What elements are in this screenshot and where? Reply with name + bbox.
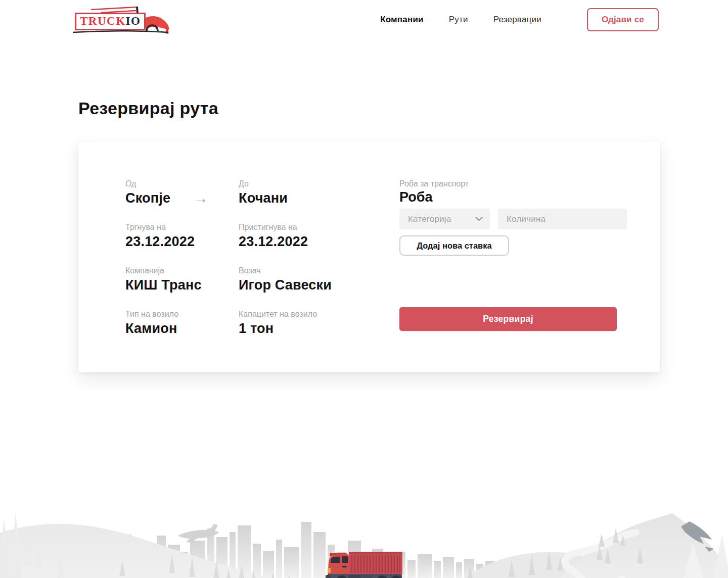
route-row: Од Скопје До Кочани → xyxy=(125,179,399,207)
departs-label: Тргнува на xyxy=(125,222,239,232)
main-nav: Компании Рути Резервации Одјави се xyxy=(380,8,659,31)
vehicle-type-value: Камион xyxy=(125,320,239,337)
capacity-label: Капацитет на возило xyxy=(239,309,399,319)
quantity-input[interactable] xyxy=(498,209,627,229)
category-select[interactable]: Категорија xyxy=(399,209,490,229)
to-label: До xyxy=(239,179,399,189)
field-capacity: Капацитет на возило 1 тон xyxy=(239,309,399,337)
capacity-value: 1 тон xyxy=(239,320,399,337)
company-value: КИШ Транс xyxy=(125,276,239,294)
add-item-button[interactable]: Додај нова ставка xyxy=(399,235,509,256)
vehicle-type-label: Тип на возило xyxy=(125,309,239,319)
driver-value: Игор Савески xyxy=(239,276,399,294)
arrives-value: 23.12.2022 xyxy=(239,233,399,250)
truck-illustration xyxy=(326,552,402,578)
chevron-down-icon xyxy=(475,217,483,221)
reserve-button[interactable]: Резервирај xyxy=(399,307,617,331)
field-arrives: Пристигнува на 23.12.2022 xyxy=(239,222,399,250)
brand-name-secondary: IO xyxy=(126,15,141,27)
goods-section-label: Роба за транспорт xyxy=(399,179,627,189)
departs-value: 23.12.2022 xyxy=(125,233,239,250)
goods-title: Роба xyxy=(399,189,627,205)
field-company: Компанија КИШ Транс xyxy=(125,266,239,294)
dates-row: Тргнува на 23.12.2022 Пристигнува на 23.… xyxy=(125,222,399,250)
logout-button[interactable]: Одјави се xyxy=(587,8,659,31)
main-content: Резервирај рута Од Скопје До Кочани → xyxy=(0,99,728,504)
arrow-right-icon: → xyxy=(194,191,208,207)
from-label: Од xyxy=(125,179,239,189)
field-departs: Тргнува на 23.12.2022 xyxy=(125,222,239,250)
brand-name-primary: TRUCK xyxy=(80,15,126,27)
field-vehicle-type: Тип на возило Камион xyxy=(125,309,239,337)
goods-inputs: Категорија xyxy=(399,209,627,229)
to-value: Кочани xyxy=(239,189,399,207)
page-title: Резервирај рута xyxy=(78,99,728,117)
vehicle-row: Тип на возило Камион Капацитет на возило… xyxy=(125,309,399,337)
driver-label: Возач xyxy=(239,266,399,276)
header: TRUCKIO Компании Рути Резервации Одјави … xyxy=(0,0,728,39)
nav-link-reservations[interactable]: Резервации xyxy=(493,15,541,25)
field-to: До Кочани xyxy=(239,179,399,207)
route-details: Од Скопје До Кочани → Тргнува на 23.12.2… xyxy=(125,179,399,337)
field-from: Од Скопје xyxy=(125,179,239,207)
category-select-value: Категорија xyxy=(408,214,475,224)
nav-link-companies[interactable]: Компании xyxy=(380,15,424,25)
goods-section: Роба за транспорт Роба Категорија Додај … xyxy=(399,179,627,337)
reservation-card: Од Скопје До Кочани → Тргнува на 23.12.2… xyxy=(78,141,660,372)
arrives-label: Пристигнува на xyxy=(239,222,399,232)
company-label: Компанија xyxy=(125,266,239,276)
from-value: Скопје xyxy=(125,189,239,207)
company-row: Компанија КИШ Транс Возач Игор Савески xyxy=(125,266,399,294)
brand-wordmark: TRUCKIO xyxy=(75,13,146,30)
landscape-illustration xyxy=(0,504,728,578)
nav-link-routes[interactable]: Рути xyxy=(449,15,468,25)
brand-logo[interactable]: TRUCKIO xyxy=(71,4,171,35)
field-driver: Возач Игор Савески xyxy=(239,266,399,294)
